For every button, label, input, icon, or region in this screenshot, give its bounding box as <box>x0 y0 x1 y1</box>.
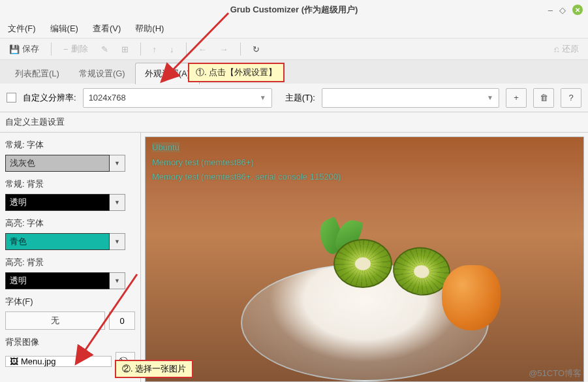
separator <box>240 42 241 56</box>
custom-resolution-checkbox[interactable] <box>7 93 16 103</box>
menu-file[interactable]: 文件(F) <box>5 21 39 37</box>
up-button[interactable]: ↑ <box>149 42 161 56</box>
restore-button[interactable]: ⎌ 还原 <box>550 41 583 57</box>
grub-entry: Memory test (memtest86+) <box>152 157 254 167</box>
font-select-button[interactable]: 无 <box>5 311 105 330</box>
annotation-step2: ②. 选择一张图片 <box>115 360 193 378</box>
chevron-down-icon: ▼ <box>110 233 125 250</box>
tab-list-config[interactable]: 列表配置(L) <box>5 63 69 84</box>
plus-box-icon: ⊞ <box>121 44 129 54</box>
font-label: 字体(F) <box>5 296 135 308</box>
resolution-combo[interactable]: 1024x768 ▼ <box>83 88 272 108</box>
normal-font-swatch: 浅灰色 <box>5 155 110 172</box>
chevron-down-icon: ▼ <box>110 155 125 172</box>
menu-view[interactable]: 查看(V) <box>90 21 123 37</box>
edit-button[interactable]: ✎ <box>97 42 112 56</box>
arrow-down-icon: ↓ <box>170 44 174 54</box>
plus-icon: + <box>514 93 519 103</box>
save-button[interactable]: 💾 保存 <box>5 41 43 57</box>
separator <box>51 42 52 56</box>
titlebar: Grub Customizer (作为超级用户) – ◇ ✕ <box>0 0 588 20</box>
close-icon[interactable]: ✕ <box>572 5 583 15</box>
chevron-down-icon: ▼ <box>487 94 493 101</box>
highlight-bg-color-combo[interactable]: 透明 ▼ <box>5 272 135 289</box>
normal-bg-label: 常规: 背景 <box>5 178 135 190</box>
normal-bg-swatch: 透明 <box>5 194 110 211</box>
tab-row: 列表配置(L) 常规设置(G) 外观设置(A) ①. 点击【外观设置】 <box>0 60 588 84</box>
refresh-button[interactable]: ↻ <box>249 42 264 56</box>
theme-delete-button[interactable]: 🗑 <box>533 88 554 108</box>
bg-image-file-button[interactable]: 🖼 Menu.jpg <box>5 356 112 367</box>
down-button[interactable]: ↓ <box>166 42 178 56</box>
theme-label: 主题(T): <box>285 92 315 104</box>
watermark: @51CTO博客 <box>529 368 581 379</box>
back-button[interactable]: ← <box>194 42 211 56</box>
theme-left-panel: 常规: 字体 浅灰色 ▼ 常规: 背景 透明 ▼ 高亮: 字体 青色 ▼ 高亮:… <box>0 133 141 382</box>
grub-entry: Memory test (memtest86+, serial console … <box>152 172 341 182</box>
custom-theme-section-title: 自定义主题设置 <box>0 112 588 132</box>
add-button[interactable]: ⊞ <box>117 42 132 56</box>
save-label: 保存 <box>22 43 39 55</box>
resolution-row: 自定义分辨率: 1024x768 ▼ 主题(T): ▼ + 🗑 ? <box>0 84 588 112</box>
theme-add-button[interactable]: + <box>506 88 527 108</box>
resolution-value: 1024x768 <box>89 93 126 103</box>
normal-font-color-combo[interactable]: 浅灰色 ▼ <box>5 155 135 172</box>
bowl-graphic <box>241 264 489 381</box>
minus-icon: − <box>63 44 69 54</box>
window-title: Grub Customizer (作为超级用户) <box>230 4 358 16</box>
normal-bg-color-combo[interactable]: 透明 ▼ <box>5 194 135 211</box>
save-icon: 💾 <box>9 44 20 54</box>
font-size-value[interactable]: 0 <box>109 311 135 330</box>
grub-preview: Ubuntu Memory test (memtest86+) Memory t… <box>145 136 584 382</box>
refresh-icon: ↻ <box>253 44 260 54</box>
highlight-font-label: 高亮: 字体 <box>5 217 135 229</box>
help-icon: ? <box>568 93 573 103</box>
highlight-bg-label: 高亮: 背景 <box>5 257 135 268</box>
toolbar: 💾 保存 − 删除 ✎ ⊞ ↑ ↓ ← → ↻ ⎌ 还原 <box>0 38 588 60</box>
normal-font-label: 常规: 字体 <box>5 139 135 151</box>
theme-combo[interactable]: ▼ <box>322 88 499 108</box>
grub-entry-selected: Ubuntu <box>152 142 179 152</box>
arrow-left-icon: ← <box>198 44 207 54</box>
delete-label: 删除 <box>71 43 88 55</box>
chevron-down-icon: ▼ <box>260 94 266 101</box>
highlight-font-swatch: 青色 <box>5 233 110 250</box>
forward-button[interactable]: → <box>216 42 232 56</box>
arrow-up-icon: ↑ <box>153 44 157 54</box>
delete-button[interactable]: − 删除 <box>59 41 92 57</box>
tab-general-settings[interactable]: 常规设置(G) <box>69 63 135 84</box>
main-row: 常规: 字体 浅灰色 ▼ 常规: 背景 透明 ▼ 高亮: 字体 青色 ▼ 高亮:… <box>0 132 588 382</box>
maximize-icon[interactable]: ◇ <box>559 5 566 15</box>
grub-menu-text: Ubuntu Memory test (memtest86+) Memory t… <box>152 141 341 185</box>
bg-image-label: 背景图像 <box>5 336 135 348</box>
minimize-icon[interactable]: – <box>548 5 553 15</box>
highlight-font-color-combo[interactable]: 青色 ▼ <box>5 233 135 250</box>
menu-edit[interactable]: 编辑(E) <box>48 21 81 37</box>
annotation-step1: ①. 点击【外观设置】 <box>188 63 285 82</box>
image-file-icon: 🖼 <box>10 357 18 366</box>
arrow-right-icon: → <box>220 44 228 54</box>
chevron-down-icon: ▼ <box>110 194 125 211</box>
window-controls: – ◇ ✕ <box>548 5 583 15</box>
trash-icon: 🗑 <box>540 93 548 103</box>
separator <box>140 42 141 56</box>
custom-resolution-label: 自定义分辨率: <box>23 92 76 104</box>
theme-help-button[interactable]: ? <box>561 88 581 108</box>
menu-help[interactable]: 帮助(H) <box>132 21 166 37</box>
pencil-icon: ✎ <box>101 44 108 54</box>
restore-icon: ⎌ <box>554 44 559 54</box>
bg-image-filename: Menu.jpg <box>21 357 55 366</box>
chevron-down-icon: ▼ <box>110 272 125 289</box>
menubar: 文件(F) 编辑(E) 查看(V) 帮助(H) <box>0 20 588 38</box>
restore-label: 还原 <box>562 43 579 55</box>
highlight-bg-swatch: 透明 <box>5 272 110 289</box>
separator <box>186 42 187 56</box>
